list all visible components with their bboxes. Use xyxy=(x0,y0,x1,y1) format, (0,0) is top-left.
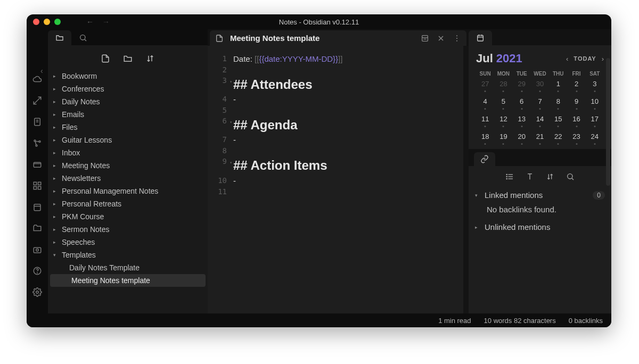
svg-rect-9 xyxy=(34,182,36,185)
linked-mentions-count: 0 xyxy=(593,191,605,200)
folder-item[interactable]: ▸PKM Course xyxy=(48,210,208,223)
svg-point-20 xyxy=(80,35,85,40)
camera-icon[interactable] xyxy=(32,245,42,254)
folder-item[interactable]: ▸Daily Notes xyxy=(48,95,208,108)
folder-item[interactable]: ▸Newsletters xyxy=(48,172,208,185)
calendar-day[interactable]: 16 xyxy=(567,115,585,127)
calendar-day[interactable]: 14 xyxy=(531,115,549,127)
calendar-day[interactable]: 20 xyxy=(513,133,531,145)
calendar-day[interactable]: 19 xyxy=(494,133,512,145)
calendar-day[interactable]: 18 xyxy=(476,133,494,145)
calendar-day[interactable]: 9 xyxy=(567,97,585,110)
backlinks-pane: ▾ Linked mentions 0 No backlinks found. … xyxy=(469,166,611,313)
calendar-day[interactable]: 21 xyxy=(531,133,549,145)
editor-scrollbar[interactable] xyxy=(463,46,469,313)
linked-mentions-section[interactable]: ▾ Linked mentions 0 xyxy=(475,187,605,203)
editor-tab[interactable]: Meeting Notes template xyxy=(210,30,466,46)
svg-rect-15 xyxy=(34,247,41,253)
calendar-day[interactable]: 28 xyxy=(494,80,512,92)
calendar-day[interactable]: 3 xyxy=(586,80,604,92)
folder-item[interactable]: ▸Meeting Notes xyxy=(48,159,208,172)
calendar-day[interactable]: 2 xyxy=(567,80,585,92)
file-item[interactable]: Daily Notes Template xyxy=(48,261,208,274)
search-tab[interactable] xyxy=(71,30,95,45)
calendar-day[interactable]: 24 xyxy=(586,133,604,145)
calendar-day[interactable]: 8 xyxy=(549,97,567,110)
folder-item[interactable]: ▸Bookworm xyxy=(48,70,208,82)
folder-item[interactable]: ▸Inbox xyxy=(48,146,208,159)
note-icon[interactable] xyxy=(32,117,42,127)
calendar-next-icon[interactable]: › xyxy=(602,55,604,63)
folder-item[interactable]: ▸Guitar Lessons xyxy=(48,134,208,146)
folder-item[interactable]: ▾Templates xyxy=(48,249,208,261)
collapse-left-icon[interactable]: ‹ xyxy=(40,67,43,75)
file-item[interactable]: Meeting Notes template xyxy=(50,274,206,287)
svg-point-39 xyxy=(506,178,507,179)
more-options-icon[interactable] xyxy=(453,34,461,43)
calendar-day[interactable]: 7 xyxy=(531,97,549,110)
calendar-sidebar-icon[interactable] xyxy=(32,202,42,212)
svg-point-4 xyxy=(39,141,40,143)
heading-attendees: ## Attendees xyxy=(233,76,313,93)
svg-point-28 xyxy=(456,38,457,39)
calendar-day[interactable]: 1 xyxy=(549,80,567,92)
calendar-today-button[interactable]: TODAY xyxy=(574,55,596,62)
calendar-day[interactable]: 6 xyxy=(513,97,531,110)
list-view-icon[interactable] xyxy=(505,172,514,181)
file-tree[interactable]: ▸Bookworm▸Conferences▸Daily Notes▸Emails… xyxy=(48,70,208,313)
calendar-day[interactable]: 15 xyxy=(549,115,567,127)
preview-mode-icon[interactable] xyxy=(421,34,429,43)
folder-item[interactable]: ▸Conferences xyxy=(48,82,208,95)
folder-item[interactable]: ▸Personal Management Notes xyxy=(48,185,208,197)
calendar-day[interactable]: 30 xyxy=(531,80,549,92)
folder-item[interactable]: ▸Files xyxy=(48,121,208,134)
calendar-day[interactable]: 5 xyxy=(494,97,512,110)
help-icon[interactable] xyxy=(32,266,42,276)
sort-backlinks-icon[interactable] xyxy=(546,172,554,181)
wallet-icon[interactable] xyxy=(32,160,42,169)
calendar-prev-icon[interactable]: ‹ xyxy=(566,55,568,63)
calendar-day[interactable]: 4 xyxy=(476,97,494,110)
file-explorer-tab[interactable] xyxy=(48,30,71,45)
folder-item[interactable]: ▸Speeches xyxy=(48,236,208,249)
apps-icon[interactable] xyxy=(32,181,42,191)
calendar-day[interactable]: 10 xyxy=(586,97,604,110)
calendar-tab[interactable] xyxy=(469,30,492,45)
backlinks-tab[interactable] xyxy=(474,152,495,166)
backlinks-empty-text: No backlinks found. xyxy=(475,203,605,219)
folder-open-icon[interactable] xyxy=(32,224,42,233)
quick-switcher-icon[interactable] xyxy=(32,96,42,105)
editor-tab-title: Meeting Notes template xyxy=(230,34,414,43)
svg-line-21 xyxy=(85,39,86,41)
calendar-day[interactable]: 12 xyxy=(494,115,512,127)
editor-body[interactable]: 1Date: [[{{date:YYYY-MM-DD}}]] 2 3▾## At… xyxy=(208,46,469,313)
calendar-widget: Jul 2021 ‹ TODAY › SUNMONTUEWEDTHUFRISAT… xyxy=(469,45,611,149)
chevron-right-icon: ▸ xyxy=(475,225,480,230)
calendar-day[interactable]: 23 xyxy=(567,133,585,145)
status-read-time: 1 min read xyxy=(438,317,471,325)
window-title: Notes - Obsidian v0.12.11 xyxy=(27,18,611,26)
unlinked-mentions-section[interactable]: ▸ Unlinked mentions xyxy=(475,219,605,235)
calendar-day[interactable]: 17 xyxy=(586,115,604,127)
settings-icon[interactable] xyxy=(32,287,42,297)
svg-line-7 xyxy=(35,142,36,145)
calendar-day[interactable]: 29 xyxy=(513,80,531,92)
new-folder-icon[interactable] xyxy=(123,54,133,63)
svg-line-41 xyxy=(572,178,574,180)
calendar-day[interactable]: 13 xyxy=(513,115,531,127)
calendar-day[interactable]: 22 xyxy=(549,133,567,145)
search-backlinks-icon[interactable] xyxy=(566,172,575,181)
sort-icon[interactable] xyxy=(145,54,155,63)
new-note-icon[interactable] xyxy=(101,54,110,63)
folder-item[interactable]: ▸Sermon Notes xyxy=(48,223,208,236)
graph-icon[interactable] xyxy=(32,138,42,148)
calendar-day[interactable]: 11 xyxy=(476,115,494,127)
right-scrollbar[interactable] xyxy=(606,58,610,186)
close-tab-icon[interactable] xyxy=(437,34,445,43)
text-icon[interactable] xyxy=(526,172,534,181)
calendar-day[interactable]: 27 xyxy=(476,80,494,92)
calendar-month: Jul xyxy=(476,52,493,65)
cloud-icon[interactable] xyxy=(32,75,42,84)
folder-item[interactable]: ▸Emails xyxy=(48,108,208,121)
folder-item[interactable]: ▸Personal Retreats xyxy=(48,197,208,210)
